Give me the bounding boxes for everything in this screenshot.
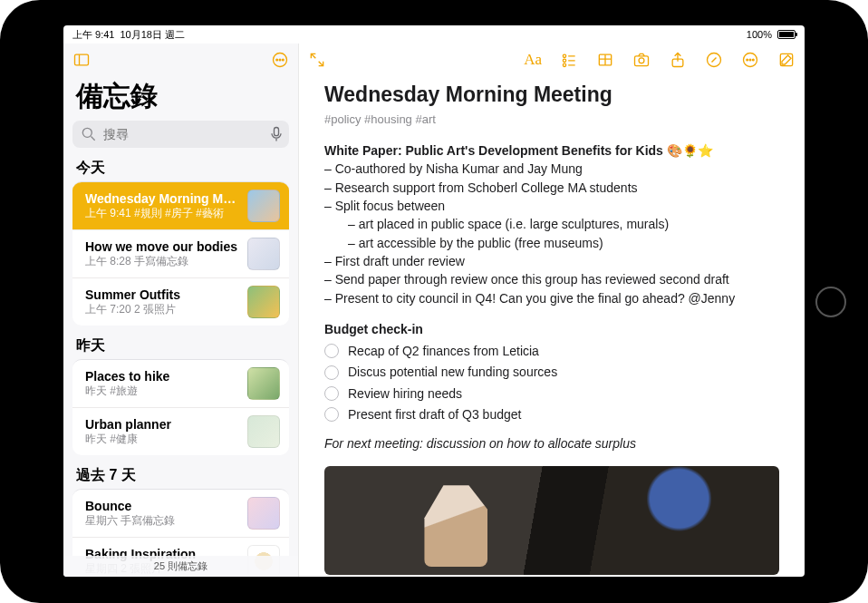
checklist-item[interactable]: Discus potential new funding sources: [324, 363, 779, 381]
status-time: 上午 9:41: [72, 28, 114, 42]
dictate-icon[interactable]: [267, 125, 285, 143]
svg-point-19: [639, 58, 644, 63]
more-icon[interactable]: [741, 51, 759, 69]
note-title: Urban planner: [85, 417, 240, 432]
note-thumbnail: [247, 497, 280, 530]
markup-icon[interactable]: [705, 51, 723, 69]
svg-point-4: [279, 59, 281, 61]
note-meta: 上午 7:20 2 張照片: [85, 302, 240, 317]
checkbox-icon[interactable]: [324, 365, 339, 380]
svg-rect-8: [275, 128, 279, 136]
checklist-item[interactable]: Present first draft of Q3 budget: [324, 405, 779, 423]
note-meta: 昨天 #健康: [85, 432, 240, 447]
note-tags[interactable]: #policy #housing #art: [324, 112, 779, 129]
note-thumbnail: [247, 415, 280, 448]
bullet-item: Split focus between: [324, 197, 779, 215]
note-thumbnail: [247, 238, 280, 270]
checklist-label: Discus potential new funding sources: [348, 363, 557, 381]
section-label: 昨天: [63, 326, 298, 359]
screen: 上午 9:41 10月18日 週二 100%: [63, 25, 805, 577]
battery-percent: 100%: [747, 29, 772, 40]
bullet-item: Present to city council in Q4! Can you g…: [324, 289, 779, 307]
search-icon: [80, 125, 98, 143]
note-heading: Wednesday Morning Meeting: [324, 80, 779, 110]
note-title: How we move our bodies: [85, 239, 240, 254]
search-field[interactable]: [72, 121, 289, 148]
section-heading: White Paper: Public Art's Development Be…: [324, 141, 779, 160]
note-item[interactable]: Urban planner 昨天 #健康: [72, 408, 289, 455]
share-icon[interactable]: [669, 51, 687, 69]
notes-list[interactable]: 今天 Wednesday Morning Meeting 上午 9:41 #規則…: [63, 148, 298, 577]
status-date: 10月18日 週二: [120, 28, 185, 42]
home-button[interactable]: [815, 287, 846, 317]
table-icon[interactable]: [596, 51, 614, 69]
checklist-label: Review hiring needs: [348, 384, 462, 403]
note-title: Summer Outfits: [85, 287, 240, 302]
section-label: 過去 7 天: [63, 455, 298, 489]
bullet-item: Research support from Schoberl College M…: [324, 179, 779, 197]
svg-point-11: [563, 59, 565, 62]
sidebar-toggle-icon[interactable]: [72, 51, 91, 69]
checkbox-icon[interactable]: [324, 344, 339, 358]
svg-point-5: [283, 59, 285, 61]
bullet-item: art placed in public space (i.e. large s…: [348, 215, 779, 233]
search-input[interactable]: [103, 127, 262, 141]
attached-photo[interactable]: [324, 466, 779, 575]
note-thumbnail: [247, 190, 280, 222]
bullet-item: First draft under review: [324, 252, 779, 270]
ipad-frame: 上午 9:41 10月18日 週二 100%: [0, 0, 868, 603]
format-text-button[interactable]: Aa: [524, 51, 542, 69]
section-label: 今天: [63, 148, 298, 181]
notes-sidebar: 備忘錄 今天 Wednesda: [63, 44, 299, 577]
checkbox-icon[interactable]: [324, 386, 339, 401]
camera-icon[interactable]: [632, 51, 651, 69]
note-meta: 星期六 手寫備忘錄: [85, 513, 240, 529]
note-meta: 上午 9:41 #規則 #房子 #藝術: [85, 206, 240, 221]
note-item[interactable]: Summer Outfits 上午 7:20 2 張照片: [72, 278, 289, 326]
svg-line-7: [92, 137, 95, 141]
section-heading: Budget check-in: [324, 320, 779, 338]
checklist-icon[interactable]: [560, 51, 578, 69]
checklist-item[interactable]: Recap of Q2 finances from Leticia: [324, 342, 779, 360]
note-title: Wednesday Morning Meeting: [85, 191, 240, 206]
svg-point-25: [753, 59, 755, 61]
note-item[interactable]: How we move our bodies 上午 8:28 手寫備忘錄: [72, 230, 289, 278]
svg-rect-0: [75, 54, 89, 65]
svg-point-23: [747, 59, 748, 61]
note-editor: ••• Aa: [299, 44, 805, 577]
bullet-item: art accessible by the public (free museu…: [348, 234, 779, 252]
more-menu-icon[interactable]: [271, 51, 289, 69]
note-title: Bounce: [85, 499, 240, 513]
bullet-item: Send paper through review once this grou…: [324, 270, 779, 288]
svg-point-3: [276, 59, 278, 61]
note-title: Places to hike: [85, 369, 240, 384]
checkbox-icon[interactable]: [324, 407, 339, 422]
italic-note: For next meeting: discussion on how to a…: [324, 434, 779, 452]
note-body[interactable]: Wednesday Morning Meeting #policy #housi…: [299, 76, 805, 577]
battery-icon: [777, 30, 796, 39]
checklist-label: Present first draft of Q3 budget: [348, 405, 521, 423]
checklist-item[interactable]: Review hiring needs: [324, 384, 779, 403]
note-item[interactable]: Bounce 星期六 手寫備忘錄: [72, 490, 289, 538]
checklist-label: Recap of Q2 finances from Leticia: [348, 342, 539, 360]
note-item[interactable]: Places to hike 昨天 #旅遊: [72, 360, 289, 408]
note-item[interactable]: Wednesday Morning Meeting 上午 9:41 #規則 #房…: [72, 182, 289, 230]
notes-count: 25 則備忘錄: [63, 556, 298, 577]
svg-point-13: [563, 63, 565, 66]
note-thumbnail: [247, 367, 280, 400]
note-thumbnail: [247, 286, 280, 318]
note-meta: 昨天 #旅遊: [85, 384, 240, 399]
note-meta: 上午 8:28 手寫備忘錄: [85, 254, 240, 269]
status-bar: 上午 9:41 10月18日 週二 100%: [63, 25, 805, 44]
sidebar-title: 備忘錄: [63, 76, 298, 121]
svg-point-6: [82, 128, 92, 137]
svg-point-24: [749, 59, 751, 61]
expand-icon[interactable]: [308, 51, 326, 69]
bullet-item: Co-authored by Nisha Kumar and Jay Mung: [324, 160, 779, 178]
svg-point-9: [563, 54, 565, 57]
editor-toolbar: Aa: [299, 44, 805, 76]
compose-icon[interactable]: [777, 51, 796, 69]
